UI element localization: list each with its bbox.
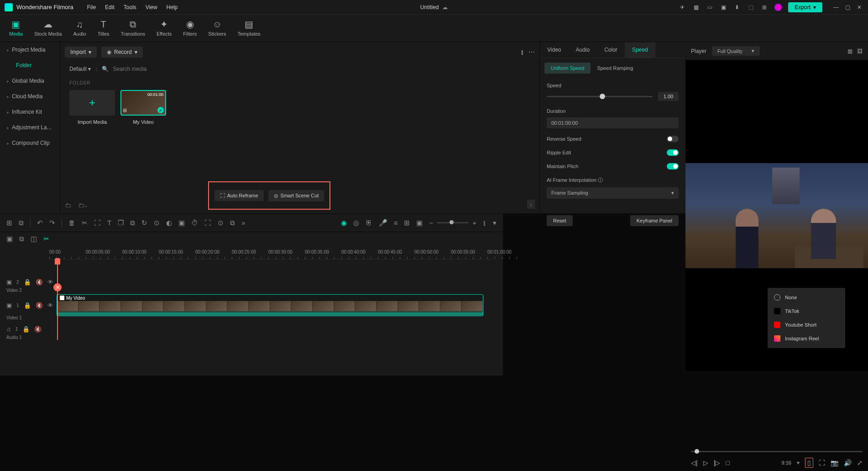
playhead[interactable]: ✕ [57, 259, 58, 340]
next-icon[interactable]: ◎ [353, 219, 359, 227]
ai-frame-dropdown[interactable]: Frame Sampling▾ [547, 187, 679, 199]
mute-icon[interactable]: 🔇 [34, 326, 42, 333]
sidebar-global-media[interactable]: ▸Global Media [0, 73, 60, 89]
zoom-out-button[interactable]: − [429, 219, 433, 227]
aspect-none[interactable]: None [768, 291, 845, 304]
prop-tab-speed[interactable]: Speed [625, 42, 655, 58]
tab-stickers[interactable]: ☺Stickers [208, 19, 226, 37]
undo-button[interactable]: ↶ [37, 219, 43, 227]
media-clip-tile[interactable]: 00:01:00 ⊞ ✓ My Video [120, 90, 166, 125]
crop-button[interactable]: ⛶ [94, 219, 101, 227]
playhead-head-icon[interactable] [55, 258, 60, 265]
mute-icon[interactable]: 🔇 [36, 302, 43, 309]
tag-button[interactable]: ⊙ [218, 219, 224, 227]
track-content-v2[interactable] [49, 273, 503, 291]
track-options-icon[interactable]: ⫿ [483, 219, 486, 227]
keyframe-panel-button[interactable]: Keyframe Panel [630, 215, 679, 226]
sidebar-cloud-media[interactable]: ▸Cloud Media [0, 89, 60, 104]
save-icon[interactable]: ▣ [720, 4, 727, 11]
prev-frame-button[interactable]: ◁| [691, 459, 698, 466]
zoom-in-button[interactable]: + [472, 219, 476, 227]
menu-tools[interactable]: Tools [124, 4, 136, 11]
tab-effects[interactable]: ✦Effects [157, 19, 172, 37]
import-media-tile[interactable]: + Import Media [69, 90, 115, 125]
rotate-button[interactable]: ↻ [141, 219, 147, 227]
send-icon[interactable]: ✈ [679, 4, 686, 11]
tab-stock-media[interactable]: ☁Stock Media [34, 19, 62, 37]
volume-icon[interactable]: 🔊 [844, 459, 852, 466]
tab-audio[interactable]: ♫Audio [73, 19, 86, 37]
snapshot-icon[interactable]: 📷 [831, 459, 838, 466]
chevron-down-icon[interactable]: ▾ [797, 460, 800, 466]
speed-slider[interactable] [547, 96, 653, 97]
track-header-icon3[interactable]: ◫ [31, 235, 37, 243]
cloud-sync-icon[interactable]: ☁ [442, 4, 448, 11]
smart-scene-cut-button[interactable]: ◎Smart Scene Cut [268, 190, 324, 201]
cut-marker-icon[interactable]: ✕ [53, 283, 62, 291]
aspect-tiktok[interactable]: TikTok [768, 304, 845, 318]
tl-more-icon[interactable]: ▾ [493, 219, 497, 227]
more-icon[interactable]: ⋯ [528, 48, 535, 56]
subtab-speed-ramping[interactable]: Speed Ramping [591, 63, 639, 74]
mask-button[interactable]: ▣ [178, 219, 185, 227]
add-icon[interactable]: ⊞ [404, 219, 410, 227]
screen-icon[interactable]: ▭ [706, 4, 713, 11]
duration-input[interactable]: 00:01:00:00 [547, 117, 679, 128]
magnet-icon[interactable]: ⧉ [19, 219, 24, 227]
more-button[interactable]: » [241, 219, 245, 227]
play-button[interactable]: ▷ [703, 459, 708, 466]
timer-button[interactable]: ⏱ [191, 219, 198, 227]
menu-edit[interactable]: Edit [105, 4, 115, 11]
track-header-icon2[interactable]: ⧉ [19, 235, 24, 243]
sidebar-compound-clip[interactable]: ▸Compound Clip [0, 135, 60, 151]
track-content-a1[interactable] [49, 320, 503, 338]
text-button[interactable]: T [107, 219, 111, 227]
color-button[interactable]: ◐ [166, 219, 172, 227]
menu-view[interactable]: View [146, 4, 157, 11]
image-icon[interactable]: 🖼 [857, 48, 863, 54]
record-voiceover-button[interactable]: ◉ [341, 219, 347, 227]
expand-button[interactable]: ⛶ [204, 219, 211, 227]
mute-icon[interactable]: 🔇 [36, 279, 43, 286]
folder-icon[interactable]: 🗀 [65, 201, 71, 209]
fit-icon[interactable]: ▣ [416, 219, 423, 227]
reset-button[interactable]: Reset [547, 215, 573, 226]
razor-icon[interactable]: ✂ [43, 235, 49, 243]
menu-help[interactable]: Help [167, 4, 178, 11]
sort-dropdown[interactable]: Default ▾ [69, 66, 91, 72]
ripple-edit-toggle[interactable] [667, 149, 679, 156]
export-button[interactable]: Export ▾ [788, 2, 822, 12]
zoom-slider[interactable] [437, 222, 469, 223]
user-avatar[interactable] [774, 4, 782, 11]
tab-templates[interactable]: ▤Templates [237, 19, 260, 37]
download-icon[interactable]: ⬇ [733, 4, 741, 11]
track-content-v1[interactable]: My Video [49, 293, 503, 318]
aspect-preview-button[interactable]: ▯ [805, 458, 813, 468]
tab-filters[interactable]: ◉Filters [183, 19, 197, 37]
video-clip[interactable]: My Video [57, 294, 483, 316]
menu-file[interactable]: File [87, 4, 96, 11]
player-viewport[interactable]: None TikTok Youtube Short Instagram Reel [685, 60, 868, 371]
list-icon[interactable]: ≡ [394, 219, 398, 227]
close-button[interactable]: ✕ [857, 4, 863, 11]
auto-reframe-button[interactable]: ⛶Auto Reframe [214, 190, 264, 201]
library-icon[interactable]: ▦ [692, 4, 700, 11]
prop-tab-color[interactable]: Color [597, 42, 625, 58]
maximize-button[interactable]: ▢ [845, 4, 852, 11]
slider-thumb[interactable] [600, 94, 605, 99]
mic-icon[interactable]: 🎤 [379, 219, 387, 227]
prop-tab-video[interactable]: Video [540, 42, 568, 58]
sidebar-folder[interactable]: Folder [0, 58, 60, 73]
filter-icon[interactable]: ⫿ [521, 48, 524, 56]
record-button[interactable]: ◉Record▾ [101, 47, 143, 58]
bookmark-button[interactable]: ⧉ [230, 219, 235, 227]
notification-icon[interactable]: ⬚ [747, 4, 754, 11]
import-button[interactable]: Import▾ [65, 47, 97, 58]
tab-transitions[interactable]: ⧉Transitions [121, 19, 145, 37]
aspect-ratio-display[interactable]: 9:16 [782, 460, 791, 466]
scrubber-thumb[interactable] [695, 449, 699, 454]
maintain-pitch-toggle[interactable] [667, 163, 679, 169]
reverse-speed-toggle[interactable] [667, 136, 679, 142]
cut-button[interactable]: ✂ [82, 219, 88, 227]
zoom-thumb[interactable] [450, 220, 454, 224]
